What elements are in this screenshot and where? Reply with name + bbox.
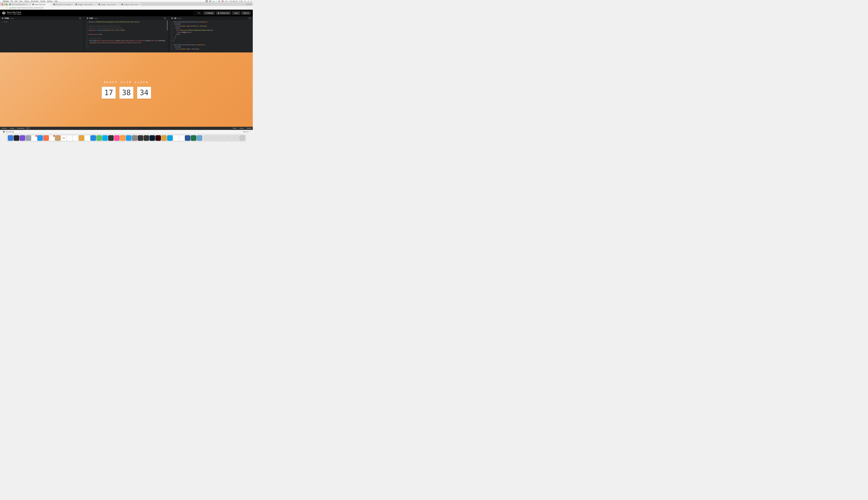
close-window-button[interactable] [2,4,3,5]
dock-app-icon[interactable] [84,135,90,141]
code-editor[interactable]: 1#root [0,20,83,53]
status-icon[interactable]: ♡ [216,0,217,2]
close-tab-icon[interactable]: × [95,4,96,5]
menu-people[interactable]: People [40,0,45,2]
dock-app-icon[interactable] [108,135,114,141]
menu-view[interactable]: View [19,0,22,2]
chevron-down-icon[interactable]: ⌄ [164,17,166,20]
gear-icon[interactable] [171,18,173,19]
dock-app-icon[interactable] [102,135,108,141]
zoom-window-button[interactable] [6,4,7,5]
browser-tab[interactable]: React Flip Clock× [31,3,52,6]
dock-app-icon[interactable]: 2 [49,135,55,141]
change-view-button[interactable]: ▦Change View [216,11,231,15]
dock-app-icon[interactable] [234,135,239,141]
dock-app-icon[interactable] [114,135,119,141]
fork-button[interactable]: ⑂Fork [194,11,203,15]
code-editor[interactable]: 1class AnimatedCard extends React.Compon… [170,20,253,53]
dock-app-icon[interactable] [210,135,216,141]
console-button[interactable]: Console [0,127,8,130]
dock-app-icon[interactable] [144,135,149,141]
time-label[interactable]: 17:38 [239,0,243,2]
code-editor[interactable]: 1@import url('https://fonts.googleapis.c… [85,20,168,53]
browser-tab[interactable]: Snaggy - easy screenshots× [75,3,97,6]
dock-app-icon[interactable] [79,135,84,141]
bookmark-star-icon[interactable]: ☆ [247,7,249,9]
status-icon[interactable]: ⌨︎ [209,0,211,2]
dock-app-icon[interactable] [179,135,184,141]
browser-tab[interactable]: Flip Clock & Countdown× [53,3,74,6]
reload-button[interactable]: ⟳ [6,7,8,9]
dock-app-icon[interactable] [90,135,96,141]
dock-app-icon[interactable] [161,135,167,141]
comments-button[interactable]: Comments [16,127,26,130]
share-button[interactable]: Share [231,127,238,129]
app-name[interactable]: Chrome [3,0,9,2]
minimize-window-button[interactable] [4,4,5,5]
scrollbar[interactable] [167,20,168,31]
chevron-down-icon[interactable]: ⌄ [79,17,81,20]
collapse-button[interactable]: ✕ [26,127,30,130]
browser-tab[interactable]: The 5 Amazing Free Clock De× [8,3,31,6]
volume-icon[interactable]: 🔊 [218,0,220,2]
dock-app-icon[interactable] [228,135,233,141]
dock-app-icon[interactable] [156,135,161,141]
dock-app-icon[interactable] [43,135,49,141]
menu-bookmarks[interactable]: Bookmarks [31,0,38,2]
close-tab-icon[interactable]: × [139,4,140,5]
forward-button[interactable]: → [4,7,5,9]
show-all-button[interactable]: Show All [243,131,249,133]
chevron-down-icon[interactable]: ⌄ [249,17,251,20]
dock-app-icon[interactable] [138,135,143,141]
dock-app-icon[interactable] [8,135,13,141]
login-button[interactable]: Log In [232,11,240,15]
dock-app-icon[interactable] [132,135,137,141]
close-tab-icon[interactable]: × [29,4,30,5]
date-label[interactable]: Tue May 29 [229,0,238,2]
siri-icon[interactable]: ◎ [248,0,249,2]
chrome-menu-icon[interactable]: ⋮ [250,7,252,9]
notification-icon[interactable]: ☰ [250,0,252,2]
close-tab-icon[interactable]: × [72,4,73,5]
menu-window[interactable]: Window [47,0,53,2]
signup-button[interactable]: Sign Up [241,11,251,15]
status-icon[interactable]: 🔲 [206,0,208,2]
dock-app-icon[interactable]: 2 [32,135,37,141]
browser-tab[interactable]: Snaggy - easy screenshots× [98,3,120,6]
profile-badge[interactable]: GridGum [246,3,252,5]
gear-icon[interactable] [2,18,3,19]
dock-app-icon[interactable] [191,135,196,141]
dock-app-icon[interactable] [120,135,126,141]
dock-app-icon[interactable] [173,135,179,141]
dock-app-icon[interactable] [25,135,31,141]
dock-app-icon[interactable] [149,135,155,141]
url-box[interactable]: 🔒 Secure https://codepen.io/Libor_G/pen/… [9,7,246,9]
dock-app-icon[interactable] [204,135,210,141]
dock-app-icon[interactable] [96,135,102,141]
dock-app-icon[interactable] [37,135,43,141]
dock-app-icon[interactable] [222,135,227,141]
menu-file[interactable]: File [10,0,13,2]
flag-icon[interactable]: 🇺🇸 [222,0,224,2]
status-icon[interactable]: ☁︎ [213,0,214,2]
dock-app-icon[interactable] [216,135,221,141]
dock-app-icon[interactable] [14,135,19,141]
close-tab-icon[interactable]: × [50,4,51,5]
gear-icon[interactable] [87,18,88,19]
dock-app-icon[interactable] [185,135,191,141]
codepen-logo-icon[interactable] [2,11,5,15]
author-link[interactable]: Libor Gabrhel [13,13,21,15]
menu-help[interactable]: Help [54,0,57,2]
menu-history[interactable]: History [24,0,29,2]
menu-edit[interactable]: Edit [15,0,18,2]
download-item[interactable]: flip-clock.jpg ⋯ [1,130,22,133]
download-menu-icon[interactable]: ⋯ [19,131,20,133]
browser-tab[interactable]: Gridgum Admin Panel× [120,3,141,6]
dock-app-icon[interactable] [197,135,202,141]
dock-app-icon[interactable]: 29 [61,135,67,141]
dock-app-icon[interactable] [167,135,173,141]
spotlight-icon[interactable]: 🔍 [244,0,246,2]
dock-app-icon[interactable] [73,135,78,141]
close-tab-icon[interactable]: × [118,4,119,5]
settings-button[interactable]: ⚙Settings [204,11,215,15]
